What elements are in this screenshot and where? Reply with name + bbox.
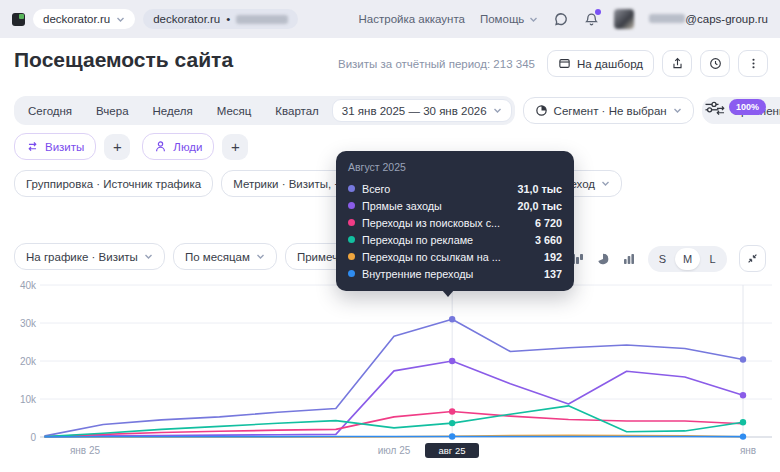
email-domain: @caps-group.ru (685, 13, 768, 25)
tab-today[interactable]: Сегодня (17, 101, 83, 121)
metric-chip-visits-label: Визиты (45, 141, 84, 153)
svg-text:30k: 30k (20, 318, 37, 329)
tooltip-row: Всего31,0 тыс (348, 180, 562, 197)
pie-chart-icon[interactable] (596, 252, 610, 266)
more-menu-button[interactable] (738, 50, 768, 77)
granularity-label: По месяцам (185, 251, 250, 263)
svg-text:авг 25: авг 25 (438, 445, 465, 456)
kebab-icon (747, 57, 760, 70)
tooltip-row: Прямые заходы20,0 тыс (348, 197, 562, 214)
sampling-badge[interactable]: 100% (729, 99, 766, 115)
counter-id-redacted (236, 15, 288, 24)
on-chart-selector[interactable]: На графике · Визиты (14, 243, 165, 270)
add-people-metric-button[interactable]: + (222, 134, 248, 160)
top-bar: deckorator.ru deckorator.ru • Настройка … (0, 0, 780, 38)
tab-month[interactable]: Месяц (206, 101, 263, 121)
date-range-picker[interactable]: 31 янв 2025 — 30 янв 2026 (332, 99, 512, 122)
chevron-down-icon (256, 252, 265, 261)
grouping-label: Группировка · Источник трафика (26, 178, 201, 190)
series-dot (348, 202, 355, 209)
metrics-label: Метрики · Визиты, +2 (233, 178, 347, 190)
series-dot (348, 270, 355, 277)
svg-text:10k: 10k (20, 394, 37, 405)
svg-text:янв 25: янв 25 (70, 445, 101, 456)
metric-chip-visits[interactable]: Визиты (14, 133, 96, 160)
segment-selector[interactable]: Сегмент · Не выбран (523, 97, 694, 124)
dashboard-icon (558, 57, 571, 70)
svg-text:янв: янв (740, 445, 756, 456)
avatar[interactable] (614, 9, 634, 29)
attribution-label-fragment: еход (570, 178, 595, 190)
tooltip-title: Август 2025 (348, 161, 562, 173)
chart-size-toggle: S M L (648, 246, 727, 272)
date-range-label: 31 янв 2025 — 30 янв 2026 (342, 105, 487, 117)
grouping-selector[interactable]: Группировка · Источник трафика (14, 170, 213, 197)
chart-tooltip: Август 2025 Всего31,0 тыс Прямые заходы2… (336, 151, 574, 291)
series-dot (348, 236, 355, 243)
on-chart-label: На графике · Визиты (26, 251, 138, 263)
collapse-chart-button[interactable] (739, 245, 766, 272)
page-title: Посещаемость сайта (14, 48, 233, 72)
counter-switcher-label: deckorator.ru (43, 13, 110, 25)
collapse-icon (746, 252, 759, 265)
size-option-m[interactable]: M (675, 248, 700, 270)
pie-icon (535, 104, 548, 117)
site-favicon (12, 13, 25, 26)
history-button[interactable] (700, 50, 730, 77)
to-dashboard-label: На дашборд (577, 58, 643, 70)
svg-text:июл 25: июл 25 (378, 445, 411, 456)
to-dashboard-button[interactable]: На дашборд (547, 50, 654, 77)
visits-period-note: Визиты за отчётный период: 213 345 (338, 58, 535, 70)
tooltip-row: Переходы из поисковых с...6 720 (348, 214, 562, 231)
tooltip-row: Внутренние переходы137 (348, 265, 562, 282)
chevron-down-icon (601, 179, 610, 188)
tab-yesterday[interactable]: Вчера (85, 101, 139, 121)
bar-chart-icon[interactable] (622, 252, 636, 266)
series-dot (348, 185, 355, 192)
metric-chip-people[interactable]: Люди (142, 133, 214, 160)
clock-icon (709, 57, 722, 70)
metrica-page: deckorator.ru deckorator.ru • Настройка … (0, 0, 780, 472)
account-email[interactable]: @caps-group.ru (649, 13, 768, 25)
counter-switcher[interactable]: deckorator.ru (33, 9, 135, 29)
add-metric-button[interactable]: + (104, 134, 130, 160)
granularity-selector[interactable]: По месяцам (173, 243, 277, 270)
tooltip-row: Переходы по ссылкам на ...192 (348, 248, 562, 265)
chevron-down-icon (116, 15, 125, 24)
counter-pill[interactable]: deckorator.ru • (143, 9, 298, 29)
series-dot (348, 253, 355, 260)
metric-chip-people-label: Люди (173, 141, 202, 153)
share-button[interactable] (662, 50, 692, 77)
size-option-s[interactable]: S (650, 248, 675, 270)
size-option-l[interactable]: L (700, 248, 725, 270)
bell-icon[interactable] (584, 12, 599, 27)
svg-text:40k: 40k (20, 280, 37, 291)
tooltip-row: Переходы по рекламе3 660 (348, 231, 562, 248)
chevron-down-icon (493, 106, 502, 115)
period-tab-group: Сегодня Вчера Неделя Месяц Квартал 31 ян… (14, 96, 515, 125)
counter-pill-label: deckorator.ru (153, 13, 220, 25)
traffic-chart[interactable]: 010k20k30k40kянв 25июл 25янвавг 25 (0, 277, 780, 472)
account-settings-link[interactable]: Настройка аккаунта (359, 13, 465, 25)
email-user-redacted (649, 14, 685, 23)
person-icon (154, 140, 167, 153)
compare-icon (26, 140, 39, 153)
sliders-icon[interactable] (704, 100, 720, 114)
chevron-down-icon (529, 15, 538, 24)
svg-text:20k: 20k (20, 356, 37, 367)
chat-icon[interactable] (553, 11, 569, 27)
share-icon (671, 57, 684, 70)
notification-dot (595, 9, 601, 15)
help-menu[interactable]: Помощь (480, 13, 538, 25)
help-label: Помощь (480, 13, 524, 25)
series-dot (348, 219, 355, 226)
tab-week[interactable]: Неделя (142, 101, 204, 121)
segment-label: Сегмент · Не выбран (554, 105, 667, 117)
counter-pill-separator: • (226, 13, 230, 25)
tab-quarter[interactable]: Квартал (264, 101, 329, 121)
svg-text:0: 0 (30, 432, 36, 443)
chevron-down-icon (673, 106, 682, 115)
chevron-down-icon (144, 252, 153, 261)
